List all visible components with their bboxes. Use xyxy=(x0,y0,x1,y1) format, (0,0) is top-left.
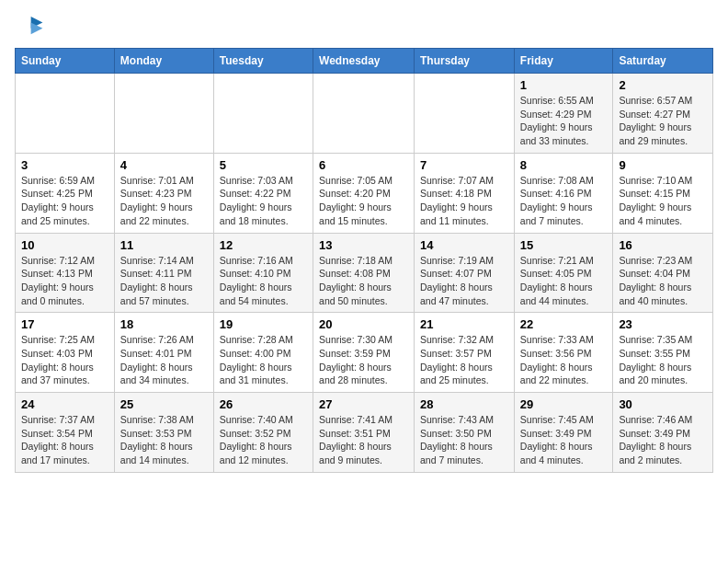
calendar-cell: 21Sunrise: 7:32 AMSunset: 3:57 PMDayligh… xyxy=(415,313,515,393)
weekday-header-saturday: Saturday xyxy=(613,49,713,74)
day-number: 22 xyxy=(520,317,608,331)
day-number: 23 xyxy=(619,317,707,331)
day-info: Sunrise: 7:21 AMSunset: 4:05 PMDaylight:… xyxy=(520,254,608,308)
weekday-header-monday: Monday xyxy=(114,49,213,74)
day-number: 26 xyxy=(220,397,307,411)
calendar-table: SundayMondayTuesdayWednesdayThursdayFrid… xyxy=(15,48,713,473)
week-row-4: 17Sunrise: 7:25 AMSunset: 4:03 PMDayligh… xyxy=(16,313,713,393)
calendar-cell: 13Sunrise: 7:18 AMSunset: 4:08 PMDayligh… xyxy=(313,233,415,313)
calendar-cell xyxy=(114,74,213,154)
weekday-header-sunday: Sunday xyxy=(16,49,115,74)
calendar-cell: 6Sunrise: 7:05 AMSunset: 4:20 PMDaylight… xyxy=(313,153,415,233)
calendar-cell xyxy=(415,74,515,154)
calendar-cell xyxy=(16,74,115,154)
day-number: 20 xyxy=(319,317,408,331)
day-info: Sunrise: 7:45 AMSunset: 3:49 PMDaylight:… xyxy=(520,413,608,467)
calendar-cell: 14Sunrise: 7:19 AMSunset: 4:07 PMDayligh… xyxy=(415,233,515,313)
day-info: Sunrise: 7:05 AMSunset: 4:20 PMDaylight:… xyxy=(319,174,408,228)
calendar-cell: 8Sunrise: 7:08 AMSunset: 4:16 PMDaylight… xyxy=(514,153,613,233)
calendar-cell: 23Sunrise: 7:35 AMSunset: 3:55 PMDayligh… xyxy=(613,313,713,393)
day-info: Sunrise: 7:28 AMSunset: 4:00 PMDaylight:… xyxy=(220,333,307,387)
calendar-cell: 17Sunrise: 7:25 AMSunset: 4:03 PMDayligh… xyxy=(16,313,115,393)
calendar-cell: 15Sunrise: 7:21 AMSunset: 4:05 PMDayligh… xyxy=(514,233,613,313)
weekday-header-wednesday: Wednesday xyxy=(313,49,415,74)
calendar-cell: 11Sunrise: 7:14 AMSunset: 4:11 PMDayligh… xyxy=(114,233,213,313)
calendar-cell: 22Sunrise: 7:33 AMSunset: 3:56 PMDayligh… xyxy=(514,313,613,393)
week-row-2: 3Sunrise: 6:59 AMSunset: 4:25 PMDaylight… xyxy=(16,153,713,233)
day-info: Sunrise: 7:07 AMSunset: 4:18 PMDaylight:… xyxy=(420,174,508,228)
week-row-3: 10Sunrise: 7:12 AMSunset: 4:13 PMDayligh… xyxy=(16,233,713,313)
calendar-cell xyxy=(213,74,313,154)
day-info: Sunrise: 7:40 AMSunset: 3:52 PMDaylight:… xyxy=(220,413,307,467)
logo xyxy=(15,15,48,40)
day-number: 24 xyxy=(21,397,108,411)
day-number: 8 xyxy=(520,158,608,172)
day-number: 9 xyxy=(619,158,707,172)
day-info: Sunrise: 7:01 AMSunset: 4:23 PMDaylight:… xyxy=(120,174,208,228)
weekday-header-tuesday: Tuesday xyxy=(213,49,313,74)
calendar-cell: 10Sunrise: 7:12 AMSunset: 4:13 PMDayligh… xyxy=(16,233,115,313)
day-number: 16 xyxy=(619,238,707,252)
day-info: Sunrise: 7:32 AMSunset: 3:57 PMDaylight:… xyxy=(420,333,508,387)
day-info: Sunrise: 7:18 AMSunset: 4:08 PMDaylight:… xyxy=(319,254,408,308)
calendar-cell: 7Sunrise: 7:07 AMSunset: 4:18 PMDaylight… xyxy=(415,153,515,233)
calendar-cell: 5Sunrise: 7:03 AMSunset: 4:22 PMDaylight… xyxy=(213,153,313,233)
day-number: 5 xyxy=(220,158,307,172)
day-number: 19 xyxy=(220,317,307,331)
day-info: Sunrise: 6:57 AMSunset: 4:27 PMDaylight:… xyxy=(619,94,707,148)
day-number: 21 xyxy=(420,317,508,331)
day-info: Sunrise: 7:19 AMSunset: 4:07 PMDaylight:… xyxy=(420,254,508,308)
day-number: 3 xyxy=(21,158,108,172)
day-number: 2 xyxy=(619,78,707,92)
day-info: Sunrise: 7:38 AMSunset: 3:53 PMDaylight:… xyxy=(120,413,208,467)
day-info: Sunrise: 6:59 AMSunset: 4:25 PMDaylight:… xyxy=(21,174,108,228)
calendar-cell: 30Sunrise: 7:46 AMSunset: 3:49 PMDayligh… xyxy=(613,393,713,473)
calendar-cell: 25Sunrise: 7:38 AMSunset: 3:53 PMDayligh… xyxy=(114,393,213,473)
day-number: 29 xyxy=(520,397,608,411)
day-info: Sunrise: 7:41 AMSunset: 3:51 PMDaylight:… xyxy=(319,413,408,467)
day-info: Sunrise: 7:33 AMSunset: 3:56 PMDaylight:… xyxy=(520,333,608,387)
day-number: 1 xyxy=(520,78,608,92)
day-number: 27 xyxy=(319,397,408,411)
calendar-cell: 28Sunrise: 7:43 AMSunset: 3:50 PMDayligh… xyxy=(415,393,515,473)
day-info: Sunrise: 7:26 AMSunset: 4:01 PMDaylight:… xyxy=(120,333,208,387)
weekday-header-thursday: Thursday xyxy=(415,49,515,74)
day-info: Sunrise: 7:46 AMSunset: 3:49 PMDaylight:… xyxy=(619,413,707,467)
day-number: 28 xyxy=(420,397,508,411)
day-info: Sunrise: 7:23 AMSunset: 4:04 PMDaylight:… xyxy=(619,254,707,308)
calendar-cell: 24Sunrise: 7:37 AMSunset: 3:54 PMDayligh… xyxy=(16,393,115,473)
day-info: Sunrise: 7:14 AMSunset: 4:11 PMDaylight:… xyxy=(120,254,208,308)
day-number: 17 xyxy=(21,317,108,331)
day-info: Sunrise: 7:35 AMSunset: 3:55 PMDaylight:… xyxy=(619,333,707,387)
day-info: Sunrise: 7:10 AMSunset: 4:15 PMDaylight:… xyxy=(619,174,707,228)
day-number: 25 xyxy=(120,397,208,411)
day-info: Sunrise: 7:43 AMSunset: 3:50 PMDaylight:… xyxy=(420,413,508,467)
day-number: 7 xyxy=(420,158,508,172)
day-number: 18 xyxy=(120,317,208,331)
calendar-cell: 2Sunrise: 6:57 AMSunset: 4:27 PMDaylight… xyxy=(613,74,713,154)
header xyxy=(15,15,713,40)
calendar-cell: 3Sunrise: 6:59 AMSunset: 4:25 PMDaylight… xyxy=(16,153,115,233)
week-row-1: 1Sunrise: 6:55 AMSunset: 4:29 PMDaylight… xyxy=(16,74,713,154)
calendar-cell: 16Sunrise: 7:23 AMSunset: 4:04 PMDayligh… xyxy=(613,233,713,313)
day-number: 11 xyxy=(120,238,208,252)
calendar-cell: 4Sunrise: 7:01 AMSunset: 4:23 PMDaylight… xyxy=(114,153,213,233)
day-info: Sunrise: 7:25 AMSunset: 4:03 PMDaylight:… xyxy=(21,333,108,387)
day-info: Sunrise: 7:16 AMSunset: 4:10 PMDaylight:… xyxy=(220,254,307,308)
calendar-cell: 1Sunrise: 6:55 AMSunset: 4:29 PMDaylight… xyxy=(514,74,613,154)
day-number: 10 xyxy=(21,238,108,252)
day-info: Sunrise: 7:12 AMSunset: 4:13 PMDaylight:… xyxy=(21,254,108,308)
calendar-cell: 12Sunrise: 7:16 AMSunset: 4:10 PMDayligh… xyxy=(213,233,313,313)
day-number: 30 xyxy=(619,397,707,411)
day-number: 14 xyxy=(420,238,508,252)
calendar-cell xyxy=(313,74,415,154)
calendar-cell: 26Sunrise: 7:40 AMSunset: 3:52 PMDayligh… xyxy=(213,393,313,473)
day-number: 13 xyxy=(319,238,408,252)
calendar-cell: 20Sunrise: 7:30 AMSunset: 3:59 PMDayligh… xyxy=(313,313,415,393)
weekday-header-row: SundayMondayTuesdayWednesdayThursdayFrid… xyxy=(16,49,713,74)
day-number: 4 xyxy=(120,158,208,172)
calendar-cell: 19Sunrise: 7:28 AMSunset: 4:00 PMDayligh… xyxy=(213,313,313,393)
day-info: Sunrise: 7:08 AMSunset: 4:16 PMDaylight:… xyxy=(520,174,608,228)
day-number: 12 xyxy=(220,238,307,252)
day-info: Sunrise: 7:37 AMSunset: 3:54 PMDaylight:… xyxy=(21,413,108,467)
